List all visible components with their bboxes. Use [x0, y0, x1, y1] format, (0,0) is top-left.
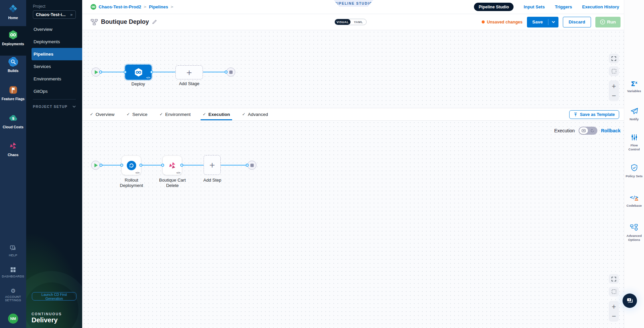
- sidebar-item-dashboards[interactable]: DASHBOARDS: [0, 266, 26, 278]
- advanced-options-button[interactable]: Advanced Options: [624, 224, 644, 242]
- tab-triggers[interactable]: Triggers: [555, 4, 572, 9]
- node-port: [180, 164, 183, 167]
- yaml-toggle-button[interactable]: YAML: [351, 19, 366, 25]
- help-chat-fab[interactable]: ?: [623, 293, 637, 308]
- sidebar-gradient-decor: [26, 184, 82, 328]
- breadcrumb-separator: >: [170, 5, 173, 9]
- deployments-icon: [0, 29, 26, 40]
- project-nav: Overview Deployments Pipelines Services …: [26, 23, 82, 97]
- save-button[interactable]: Save: [527, 17, 548, 27]
- sidebar-item-gitops[interactable]: GitOps: [32, 85, 82, 97]
- sidebar-item-pipelines[interactable]: Pipelines: [32, 48, 82, 60]
- discard-button[interactable]: Discard: [563, 17, 591, 27]
- zoom-out-button[interactable]: −: [611, 91, 616, 100]
- unsaved-dot: [482, 20, 485, 23]
- stage-node-deploy[interactable]: </>: [125, 65, 152, 80]
- execution-start-node: [91, 161, 100, 170]
- check-icon: ✓: [203, 112, 206, 117]
- feature-flags-icon: [0, 84, 26, 95]
- codebase-icon: </>: [630, 194, 639, 202]
- rollback-circle-icon: [590, 129, 594, 133]
- stage-label: Deploy: [131, 81, 145, 87]
- edge: [101, 165, 122, 166]
- project-select[interactable]: Chaos-Test-i... »: [33, 10, 76, 19]
- flow-control-button[interactable]: Flow Control: [624, 133, 644, 152]
- check-icon: ✓: [159, 112, 163, 117]
- sidebar-item-chaos[interactable]: Chaos: [0, 140, 26, 157]
- pipeline-toolbar: Boutique Deploy VISUAL YAML Unsaved chan…: [82, 14, 624, 30]
- builds-icon: [0, 56, 26, 67]
- step-node-rollout-deployment[interactable]: </>: [122, 156, 141, 175]
- node-port: [124, 71, 127, 74]
- tab-environment[interactable]: ✓Environment: [159, 108, 191, 120]
- tab-advanced[interactable]: ✓Advanced: [242, 108, 268, 120]
- svg-text:?: ?: [12, 246, 13, 249]
- sidebar-item-deployments[interactable]: Deployments: [0, 29, 26, 46]
- sidebar-item-account-settings[interactable]: ⚙ ACCOUNT SETTINGS: [0, 287, 26, 302]
- visual-toggle-button[interactable]: VISUAL: [335, 19, 351, 25]
- rollback-link[interactable]: Rollback: [601, 128, 621, 133]
- save-options-button[interactable]: [548, 17, 558, 27]
- step-node-boutique-cart-delete[interactable]: </>: [163, 156, 182, 175]
- tab-execution-history[interactable]: Execution History: [582, 4, 619, 9]
- sidebar-item-services[interactable]: Services: [32, 60, 82, 73]
- avatar[interactable]: NM: [8, 314, 18, 324]
- sidebar-item-help[interactable]: ? HELP: [0, 245, 26, 257]
- execution-mode-label: Execution: [554, 128, 575, 133]
- edit-pencil-icon[interactable]: [152, 19, 157, 24]
- sidebar-item-environments[interactable]: Environments: [32, 73, 82, 85]
- add-step-button[interactable]: +: [204, 155, 221, 175]
- help-chat-icon: ?: [0, 245, 26, 252]
- sidebar-item-cloud-costs[interactable]: $ Cloud Costs: [0, 113, 26, 129]
- notify-paper-plane-icon: [630, 107, 639, 115]
- launch-cd-first-gen-button[interactable]: Launch CD First Generation: [32, 292, 76, 301]
- zoom-in-button[interactable]: +: [611, 82, 616, 90]
- stage-config-tabs: ✓Overview ✓Service ✓Environment ✓Executi…: [82, 108, 624, 121]
- node-port: [225, 71, 228, 74]
- breadcrumb-pipelines-link[interactable]: Pipelines: [149, 4, 168, 9]
- canvas-zoom-controls: + −: [609, 301, 619, 322]
- add-stage-button[interactable]: +: [175, 65, 203, 79]
- project-label: Project: [33, 4, 45, 9]
- tab-input-sets[interactable]: Input Sets: [524, 4, 545, 9]
- run-button[interactable]: Run: [595, 17, 621, 27]
- notify-button[interactable]: Notify: [624, 107, 644, 121]
- rollback-view-button[interactable]: [588, 127, 597, 134]
- sidebar-item-builds[interactable]: Builds: [0, 56, 26, 73]
- tab-execution[interactable]: ✓Execution: [203, 108, 230, 120]
- zoom-in-button[interactable]: +: [611, 302, 616, 311]
- canvas-fit-button[interactable]: [609, 287, 619, 297]
- sidebar-item-deployments-sub[interactable]: Deployments: [32, 36, 82, 48]
- stage-graph-canvas[interactable]: </> + Deploy Add Stage + −: [82, 30, 624, 108]
- chevron-down-icon: [552, 21, 555, 23]
- zoom-out-button[interactable]: −: [611, 312, 616, 320]
- edge: [152, 72, 175, 72]
- yaml-code-badge: </>: [135, 172, 140, 174]
- canvas-fullscreen-button[interactable]: [609, 54, 619, 63]
- check-icon: ✓: [126, 112, 130, 117]
- canvas-fullscreen-button[interactable]: [609, 274, 619, 284]
- tab-pipeline-studio[interactable]: Pipeline Studio: [474, 3, 514, 11]
- play-icon: [95, 70, 98, 74]
- execution-graph-canvas[interactable]: Execution Rollback: [82, 121, 624, 328]
- node-port: [120, 164, 123, 167]
- variables-icon: Σx: [631, 81, 637, 87]
- project-setup-expander[interactable]: PROJECT SETUP: [33, 105, 76, 109]
- canvas-fit-button[interactable]: [609, 66, 619, 76]
- execution-steps-icon: [582, 129, 586, 133]
- edge: [203, 72, 227, 72]
- codebase-button[interactable]: </> Codebase: [624, 194, 644, 208]
- step-label: Boutique Cart Delete: [155, 178, 190, 189]
- sidebar-item-home[interactable]: Home: [0, 3, 26, 20]
- execution-view-button[interactable]: [579, 127, 588, 134]
- policy-sets-button[interactable]: Policy Sets: [624, 163, 644, 178]
- sidebar-item-overview[interactable]: Overview: [32, 23, 82, 36]
- gear-icon: ⚙: [0, 287, 26, 294]
- variables-button[interactable]: Σx Variables: [624, 81, 644, 93]
- save-as-template-button[interactable]: Save as Template: [569, 110, 619, 119]
- edge: [182, 165, 204, 166]
- tab-overview[interactable]: ✓Overview: [90, 108, 114, 120]
- sidebar-item-feature-flags[interactable]: Feature Flags: [0, 84, 26, 101]
- breadcrumb-project-link[interactable]: Chaos-Test-in-Prod2: [99, 4, 141, 9]
- tab-service[interactable]: ✓Service: [126, 108, 147, 120]
